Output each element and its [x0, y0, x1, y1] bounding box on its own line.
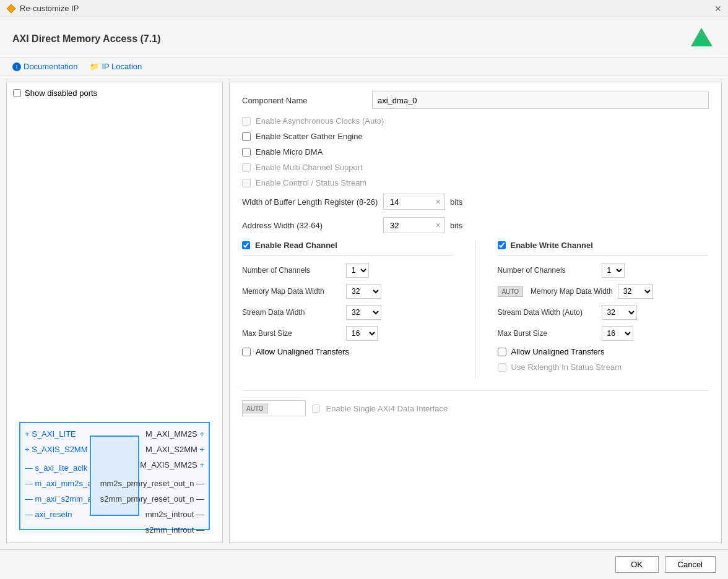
address-width-input[interactable]: 32 ✕ [383, 217, 445, 233]
buffer-width-value: 14 [388, 196, 401, 208]
read-mem-data-width-row: Memory Map Data Width 32 64 128 256 512 … [242, 284, 454, 299]
read-stream-width-row: Stream Data Width 32 64 128 256 512 1024 [242, 305, 454, 320]
write-allow-unaligned-checkbox[interactable] [498, 348, 506, 356]
port-mm2s-reset: mm2s_prmry_reset_out_n — [100, 479, 204, 488]
write-mem-data-width-select[interactable]: 32 64 128 256 512 1024 [618, 284, 653, 299]
write-allow-unaligned-row: Allow Unaligned Transfers [498, 347, 709, 356]
control-status-label: Enable Control / Status Stream [256, 178, 366, 187]
buffer-width-input[interactable]: 14 ✕ [383, 194, 445, 210]
multi-channel-checkbox[interactable] [242, 163, 251, 172]
bottom-section: AUTO Enable Single AXI4 Data Interface [242, 390, 709, 416]
close-icon[interactable]: ✕ [714, 4, 722, 14]
left-panel: Show disabled ports + S_AXI_LITE + S_AXI… [6, 82, 223, 543]
write-mem-data-width-row: AUTO Memory Map Data Width 32 64 128 256… [498, 284, 709, 299]
documentation-link[interactable]: i Documentation [12, 62, 77, 71]
show-disabled-ports-checkbox[interactable] [13, 89, 21, 97]
multi-channel-label: Enable Multi Channel Support [256, 163, 363, 172]
enable-read-channel-checkbox[interactable] [242, 241, 250, 249]
channels-separator [475, 241, 476, 378]
single-axi4-label: Enable Single AXI4 Data Interface [326, 404, 448, 413]
read-num-channels-label: Number of Channels [242, 266, 341, 275]
read-mem-data-width-select[interactable]: 32 64 128 256 512 1024 [346, 284, 381, 299]
use-rxlength-checkbox[interactable] [498, 363, 506, 372]
control-status-checkbox[interactable] [242, 179, 251, 187]
micro-dma-row: Enable Micro DMA [242, 147, 709, 157]
buffer-width-row: Width of Buffer Length Register (8-26) 1… [242, 194, 709, 210]
block-inner: + S_AXI_LITE + S_AXIS_S2MM — s_axi_lite_… [24, 426, 206, 526]
show-disabled-ports-label: Show disabled ports [25, 88, 97, 98]
auto-input-container: AUTO [242, 400, 306, 416]
read-allow-unaligned-label: Allow Unaligned Transfers [256, 347, 349, 356]
write-max-burst-label: Max Burst Size [498, 329, 597, 338]
use-rxlength-row: Use Rxlength In Status Stream [498, 362, 709, 372]
write-stream-width-select[interactable]: 32 64 128 256 512 1024 [602, 305, 637, 320]
buffer-clear-icon[interactable]: ✕ [435, 198, 441, 206]
nav-links: i Documentation 📁 IP Location [0, 58, 728, 75]
content-area: Show disabled ports + S_AXI_LITE + S_AXI… [0, 75, 728, 549]
read-allow-unaligned-row: Allow Unaligned Transfers [242, 347, 454, 356]
buffer-width-label: Width of Buffer Length Register (8-26) [242, 197, 378, 207]
title-bar-label: Re-customize IP [20, 4, 79, 13]
title-bar: Re-customize IP ✕ [0, 0, 728, 17]
scatter-gather-label: Enable Scatter Gather Engine [256, 132, 363, 141]
show-disabled-ports-row: Show disabled ports [13, 88, 216, 98]
main-window: AXI Direct Memory Access (7.1) i Documen… [0, 17, 728, 579]
address-clear-icon[interactable]: ✕ [435, 221, 441, 229]
ip-location-link[interactable]: 📁 IP Location [90, 62, 142, 71]
xilinx-logo [688, 25, 716, 53]
port-axi-dma-tstvec: axi_dma_tstvec[31:0] — [100, 541, 204, 543]
single-axi4-checkbox[interactable] [312, 405, 320, 413]
micro-dma-checkbox[interactable] [242, 148, 251, 157]
address-bits-label: bits [450, 221, 462, 230]
channels-container: Enable Read Channel Number of Channels 1… [242, 241, 709, 378]
block-diagram: + S_AXI_LITE + S_AXIS_S2MM — s_axi_lite_… [19, 422, 210, 530]
async-clocks-row: Enable Asynchronous Clocks (Auto) [242, 116, 709, 126]
svg-marker-0 [7, 4, 15, 13]
footer: OK Cancel [0, 549, 728, 579]
write-channel-section: Enable Write Channel Number of Channels … [498, 241, 709, 378]
read-channel-section: Enable Read Channel Number of Channels 1… [242, 241, 454, 378]
read-channel-header: Enable Read Channel [242, 241, 454, 255]
scatter-gather-row: Enable Scatter Gather Engine [242, 132, 709, 141]
buffer-bits-label: bits [450, 197, 462, 207]
header: AXI Direct Memory Access (7.1) [0, 17, 728, 58]
right-panel: Component Name Enable Asynchronous Clock… [229, 82, 722, 543]
write-stream-width-row: Stream Data Width (Auto) 32 64 128 256 5… [498, 305, 709, 320]
write-channel-title: Enable Write Channel [511, 241, 593, 250]
read-stream-width-select[interactable]: 32 64 128 256 512 1024 [346, 305, 381, 320]
info-icon: i [12, 62, 21, 71]
port-m-axi-mm2s: M_AXI_MM2S + [100, 429, 204, 439]
read-num-channels-select[interactable]: 1 2 4 [346, 263, 369, 278]
async-clocks-checkbox[interactable] [242, 117, 251, 126]
address-width-value: 32 [388, 220, 401, 231]
component-name-input[interactable] [372, 92, 709, 109]
port-m-axis-mm2s: M_AXIS_MM2S + [100, 460, 204, 470]
write-auto-badge: AUTO [498, 286, 524, 297]
read-mem-data-width-label: Memory Map Data Width [242, 287, 341, 296]
enable-write-channel-checkbox[interactable] [498, 241, 506, 249]
write-max-burst-select[interactable]: 2 4 8 16 32 64 128 256 [602, 326, 633, 341]
cancel-button[interactable]: Cancel [665, 556, 716, 573]
async-clocks-label: Enable Asynchronous Clocks (Auto) [256, 116, 384, 126]
read-num-channels-row: Number of Channels 1 2 4 [242, 263, 454, 278]
write-allow-unaligned-label: Allow Unaligned Transfers [511, 347, 605, 356]
bottom-auto-badge: AUTO [243, 403, 268, 414]
write-channel-header: Enable Write Channel [498, 241, 709, 255]
read-max-burst-label: Max Burst Size [242, 329, 341, 338]
auto-input-field[interactable] [268, 402, 305, 414]
port-m-axi-s2mm: M_AXI_S2MM + [100, 445, 204, 454]
address-width-label: Address Width (32-64) [242, 221, 378, 230]
folder-icon: 📁 [90, 62, 99, 71]
address-width-row: Address Width (32-64) 32 ✕ bits [242, 217, 709, 233]
read-channel-title: Enable Read Channel [255, 241, 337, 250]
write-num-channels-label: Number of Channels [498, 266, 597, 275]
component-name-label: Component Name [242, 96, 366, 105]
port-s2mm-introut: s2mm_introut — [100, 525, 204, 534]
write-num-channels-select[interactable]: 1 2 4 [602, 263, 625, 278]
ok-button[interactable]: OK [615, 556, 659, 573]
read-max-burst-select[interactable]: 2 4 8 16 32 64 128 256 [346, 326, 378, 341]
read-allow-unaligned-checkbox[interactable] [242, 348, 251, 356]
port-mm2s-introut: mm2s_introut — [100, 510, 204, 519]
scatter-gather-checkbox[interactable] [242, 132, 251, 141]
write-stream-width-label: Stream Data Width (Auto) [498, 308, 597, 317]
